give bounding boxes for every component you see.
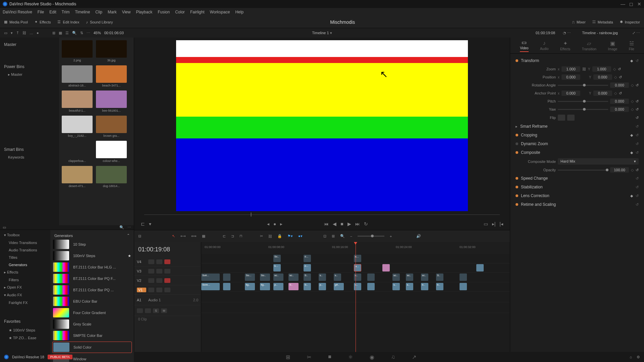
options-icon[interactable]: ⋯ xyxy=(87,31,90,35)
page-fairlight[interactable]: ♫ xyxy=(391,354,395,360)
fx-item[interactable]: Grey Scale xyxy=(52,319,132,329)
strip-view-icon[interactable]: ☰ xyxy=(65,31,69,35)
page-media[interactable]: ⊞ xyxy=(286,354,290,360)
menu-timeline[interactable]: Timeline xyxy=(75,10,90,14)
reset-icon[interactable]: ↺ xyxy=(636,107,639,112)
maximize-button[interactable]: ◻ xyxy=(629,1,633,7)
settings-icon[interactable]: ⚙ xyxy=(637,355,640,359)
blade-tool[interactable]: ▦ xyxy=(202,234,205,238)
section-cropping[interactable]: Cropping ◆ ↺ xyxy=(513,131,641,139)
section-retime[interactable]: Retime and Scaling ↺ xyxy=(513,200,641,209)
first-frame-button[interactable]: |◂ xyxy=(499,221,503,227)
fx-item[interactable]: Solid Color xyxy=(52,342,132,353)
reset-icon[interactable]: ↺ xyxy=(619,91,622,96)
expand-icon[interactable]: ⤢ xyxy=(632,31,635,35)
clip[interactable]: b.. xyxy=(436,283,443,290)
reset-icon[interactable]: ↺ xyxy=(636,133,639,137)
clip[interactable]: b.. xyxy=(421,283,428,290)
track-head-a1-controls[interactable]: S M xyxy=(134,305,201,316)
pos-x-input[interactable]: 0.000 xyxy=(561,74,580,80)
clip[interactable]: S.. xyxy=(304,283,311,290)
in-out-icon[interactable]: ⊏ xyxy=(141,221,145,227)
enable-dot[interactable] xyxy=(516,177,518,180)
link-icon[interactable]: ⛓ xyxy=(22,31,26,35)
menu-help[interactable]: Help xyxy=(235,10,244,14)
enable-dot[interactable] xyxy=(516,134,518,136)
track-head-v2[interactable]: V2 xyxy=(134,276,201,285)
timeline-view-icon[interactable]: ⊟ xyxy=(138,234,141,238)
enable-dot[interactable] xyxy=(516,59,518,62)
razor-tool[interactable]: ✂ xyxy=(260,234,263,238)
clip[interactable]: s.. xyxy=(319,274,326,281)
enable-dot[interactable] xyxy=(516,203,518,206)
stop-button[interactable]: ■ xyxy=(340,221,343,227)
clip[interactable]: sc.. xyxy=(421,274,428,281)
fx-options-icon[interactable]: ⋯ xyxy=(127,225,131,230)
bin-view-icon[interactable]: ▭ xyxy=(4,31,7,35)
section-composite[interactable]: Composite ◆ ↺ xyxy=(513,148,641,157)
viewer-canvas[interactable]: ↖ xyxy=(176,40,468,211)
fx-fav-100mv[interactable]: ★ 100mV Steps xyxy=(0,326,50,334)
media-thumb[interactable]: clapperboa... xyxy=(62,141,93,163)
chevron-down-icon[interactable]: ▾ xyxy=(11,31,13,35)
reset-icon[interactable]: ↺ xyxy=(636,150,639,155)
media-thumb[interactable]: beach-3471... xyxy=(96,65,127,87)
page-fusion[interactable]: ⚛ xyxy=(348,354,353,360)
auto-select-icon[interactable] xyxy=(156,269,162,274)
inspector-tab-image[interactable]: ▣Image xyxy=(608,40,618,51)
clip[interactable]: lig.. xyxy=(260,283,270,290)
media-thumb[interactable]: dog-18014... xyxy=(96,166,127,188)
media-thumb[interactable]: brown gra... xyxy=(96,116,127,137)
section-transform[interactable]: Transform ◆ ↺ xyxy=(513,56,641,65)
rotation-input[interactable]: 0.000 xyxy=(610,82,629,88)
bin-master[interactable]: Master xyxy=(3,40,56,49)
fx-layout-icon[interactable]: ▭ xyxy=(3,225,6,230)
clip[interactable]: S.. xyxy=(436,274,443,281)
fx-audiofx[interactable]: ▾ Audio FX xyxy=(0,291,50,299)
fx-search-icon[interactable]: 🔍 xyxy=(119,225,124,230)
fx-filters[interactable]: Filters xyxy=(0,276,50,284)
reset-icon[interactable]: ↺ xyxy=(636,168,639,172)
enable-dot[interactable] xyxy=(516,194,518,197)
clip[interactable]: lig.. xyxy=(245,283,255,290)
inspector-tab-file[interactable]: ☱File xyxy=(629,40,634,51)
keyframe-icon[interactable]: ◆ xyxy=(630,150,633,155)
zoom-detail[interactable]: ⊞ xyxy=(332,234,335,238)
clip[interactable]: p.. xyxy=(273,283,283,290)
list-view-icon[interactable]: ⊞ xyxy=(52,31,55,35)
link-tool[interactable]: ⛓ xyxy=(268,234,272,238)
reset-icon[interactable]: ↺ xyxy=(636,124,639,129)
clip[interactable]: S.. xyxy=(304,274,311,281)
chevron-down-icon[interactable]: ▾ xyxy=(330,31,332,35)
section-stabilization[interactable]: Stabilization ↺ xyxy=(513,183,641,191)
fx-item[interactable]: 10 Step xyxy=(52,239,132,250)
track-head-v1[interactable]: V1 xyxy=(134,285,201,295)
link-icon[interactable]: ⛓ xyxy=(582,67,586,71)
fx-toolbox[interactable]: ▾ Toolbox xyxy=(0,231,50,239)
inspector-tab-effects[interactable]: ✦Effects xyxy=(560,40,570,51)
mixer-toggle[interactable]: ⎍ Mixer xyxy=(572,20,586,24)
menu-fairlight[interactable]: Fairlight xyxy=(190,10,205,14)
media-thumb[interactable]: boy_-_2182... xyxy=(62,116,93,137)
effects-toggle[interactable]: ✦ Effects xyxy=(35,20,51,24)
menu-trim[interactable]: Trim xyxy=(62,10,70,14)
clip[interactable]: sc.. xyxy=(273,274,283,281)
page-deliver[interactable]: ↗ xyxy=(412,354,416,360)
clip[interactable]: s.. xyxy=(406,283,413,290)
clip[interactable] xyxy=(367,274,375,281)
enable-dot[interactable] xyxy=(516,151,518,154)
section-smart-reframe[interactable]: ▸ Smart Reframe ↺ xyxy=(513,122,641,131)
menu-clip[interactable]: Clip xyxy=(95,10,102,14)
anchor-y-input[interactable]: 0.000 xyxy=(593,90,612,96)
menu-mark[interactable]: Mark xyxy=(108,10,117,14)
reset-icon[interactable]: ↺ xyxy=(636,185,639,189)
clip-selected[interactable]: a... xyxy=(354,264,361,272)
reset-icon[interactable]: ↺ xyxy=(636,83,639,87)
fx-effects[interactable]: ▸ Effects xyxy=(0,268,50,276)
reset-icon[interactable]: ↺ xyxy=(618,67,621,71)
loop-button[interactable]: ↻ xyxy=(364,221,368,227)
mute-button[interactable]: 🔊 xyxy=(416,234,421,238)
fx-item[interactable]: Four Color Gradient xyxy=(52,307,132,318)
metadata-toggle[interactable]: ☷ Metadata xyxy=(592,20,613,24)
playhead[interactable] xyxy=(356,242,356,352)
